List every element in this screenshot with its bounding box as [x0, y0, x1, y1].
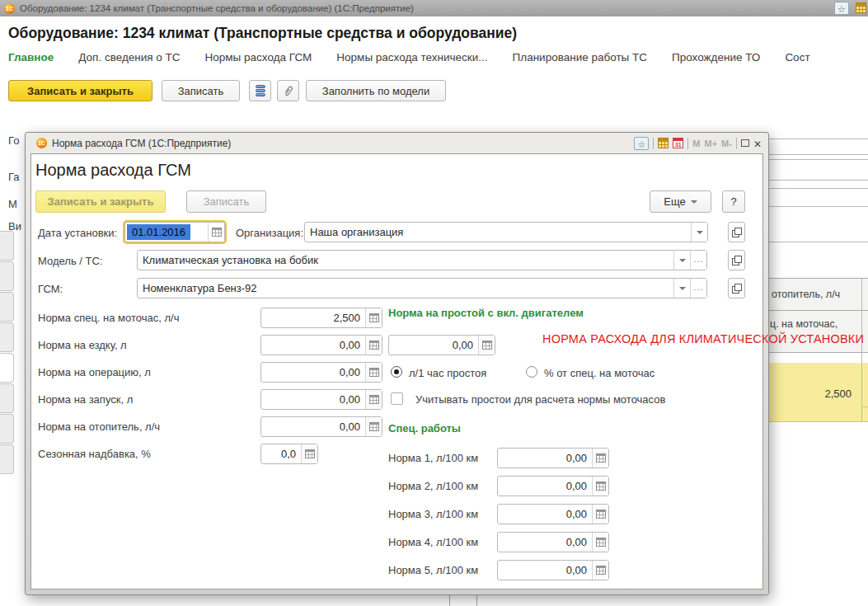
memory-m-button[interactable]: M	[692, 139, 700, 148]
structure-button[interactable]	[249, 80, 271, 101]
dialog-title: Норма расхода ГСМ (1С:Предприятие)	[52, 138, 231, 149]
bg-field-underline	[769, 188, 868, 189]
norm-value: 0,00	[261, 390, 365, 409]
calculator-button[interactable]	[365, 308, 382, 327]
open-icon	[732, 256, 742, 265]
organization-field[interactable]: Наша организация	[304, 222, 708, 242]
norm-field[interactable]: 2,500	[260, 308, 382, 328]
tab-main[interactable]: Главное	[8, 51, 54, 63]
special-norm-label: Норма 5, л/100 км	[388, 564, 478, 576]
radio-liters-per-hour[interactable]	[391, 366, 402, 378]
calculator-button[interactable]	[592, 561, 608, 580]
calculator-button[interactable]	[301, 444, 317, 463]
special-norm-label: Норма 4, л/100 км	[388, 536, 478, 548]
titlebar-separator	[736, 138, 737, 149]
dialog-save-button[interactable]: Записать	[186, 190, 266, 213]
radio-liters-per-hour-label: л/1 час простоя	[409, 367, 486, 379]
calculator-button[interactable]	[365, 363, 382, 382]
favorites-star-button[interactable]	[634, 137, 649, 150]
norm-field[interactable]: 0,00	[260, 335, 382, 355]
special-norm-field[interactable]: 0,00	[497, 504, 609, 524]
tab-planning[interactable]: Планирование работы ТС	[513, 51, 647, 63]
calculator-button[interactable]	[856, 2, 866, 13]
memory-mplus-button[interactable]: M+	[705, 139, 718, 148]
bg-field-label-2: Га	[8, 171, 20, 183]
model-open-button[interactable]	[728, 250, 745, 270]
tab-maintenance[interactable]: Прохождение ТО	[672, 51, 760, 63]
date-picker-button[interactable]	[208, 223, 224, 242]
more-button[interactable]: Еще	[650, 190, 711, 213]
special-norm-label: Норма 1, л/100 км	[388, 452, 478, 464]
bg-table-header-cell: отопитель, л/ч	[769, 278, 868, 311]
special-norm-field[interactable]: 0,00	[497, 560, 609, 580]
memory-mminus-button[interactable]: M-	[721, 139, 732, 148]
organization-open-button[interactable]	[728, 222, 745, 242]
fuel-choose-button[interactable]: ...	[690, 279, 706, 298]
calculator-icon[interactable]	[658, 138, 669, 148]
close-icon[interactable]	[753, 136, 762, 151]
install-date-field[interactable]: 01.01.2016	[124, 222, 225, 242]
calculator-button[interactable]	[592, 449, 608, 467]
norm-field[interactable]: 0,0	[260, 444, 318, 464]
attachments-button[interactable]	[277, 80, 299, 101]
maximize-icon[interactable]	[741, 139, 749, 147]
idle-norm-field[interactable]: 0,00	[388, 335, 495, 355]
bg-field-underline	[769, 180, 868, 181]
calendar-icon[interactable]	[673, 138, 683, 148]
bg-field-underline	[769, 159, 868, 160]
tab-tech-norms[interactable]: Нормы расхода технически...	[336, 51, 487, 63]
bg-toolbar-button[interactable]	[0, 231, 14, 261]
main-titlebar[interactable]: Оборудование: 1234 климат (Транспортные …	[0, 0, 868, 16]
calculator-button[interactable]	[365, 417, 382, 436]
1c-logo-icon	[36, 138, 47, 148]
count-idle-checkbox[interactable]	[391, 392, 403, 405]
bg-toolbar-button[interactable]	[0, 353, 14, 383]
tab-fuel-norms[interactable]: Нормы расхода ГСМ	[205, 51, 312, 63]
calculator-button[interactable]	[365, 390, 382, 409]
paperclip-icon	[283, 85, 294, 97]
bg-toolbar-button[interactable]	[0, 322, 14, 352]
fill-by-model-button[interactable]: Заполнить по модели	[306, 80, 446, 101]
fuel-field[interactable]: Номенклатура Бенз-92 ...	[137, 278, 707, 298]
install-date-label: Дата установки:	[38, 227, 117, 239]
calculator-button[interactable]	[592, 477, 608, 496]
calculator-button[interactable]	[592, 505, 608, 524]
chevron-down-icon	[691, 200, 697, 207]
radio-percent-of-spec[interactable]	[526, 366, 537, 378]
fuel-open-button[interactable]	[728, 278, 745, 298]
bg-toolbar-button[interactable]	[0, 444, 14, 474]
favorites-star-button[interactable]	[834, 2, 849, 15]
stack-icon	[256, 85, 265, 96]
bg-field-underline	[769, 139, 868, 139]
bg-toolbar-button[interactable]	[0, 414, 14, 444]
bg-toolbar-button[interactable]	[0, 261, 14, 291]
bg-table-column-border	[476, 595, 477, 606]
bg-field-underline	[769, 242, 868, 242]
install-date-value: 01.01.2016	[127, 224, 190, 240]
special-norm-field[interactable]: 0,00	[497, 476, 609, 496]
fuel-dropdown-button[interactable]	[673, 279, 690, 298]
special-norm-field[interactable]: 0,00	[497, 448, 609, 468]
tab-state[interactable]: Сост	[785, 51, 809, 63]
norm-field[interactable]: 0,00	[260, 389, 382, 410]
calculator-button[interactable]	[592, 533, 608, 552]
tab-extra-info[interactable]: Доп. сведения о ТС	[78, 51, 180, 63]
special-norm-field[interactable]: 0,00	[497, 532, 609, 552]
dialog-save-and-close-button[interactable]: Записать и закрыть	[35, 190, 166, 213]
model-dropdown-button[interactable]	[673, 251, 690, 270]
calculator-button[interactable]	[478, 336, 495, 355]
bg-toolbar-button[interactable]	[0, 292, 14, 322]
help-button[interactable]: ?	[722, 190, 745, 213]
norm-field[interactable]: 0,00	[260, 416, 382, 437]
model-choose-button[interactable]: ...	[690, 251, 706, 270]
save-and-close-button[interactable]: Записать и закрыть	[8, 80, 152, 101]
calculator-button[interactable]	[365, 336, 382, 355]
model-field[interactable]: Климатическая установка на бобик ...	[137, 250, 707, 270]
norm-field[interactable]: 0,00	[260, 362, 382, 383]
bg-toolbar-button[interactable]	[0, 383, 14, 413]
bg-table-cell-value[interactable]: 2,500	[769, 388, 852, 400]
special-norm-value: 0,00	[498, 561, 592, 580]
save-button[interactable]: Записать	[162, 80, 240, 101]
organization-dropdown-button[interactable]	[691, 223, 707, 242]
dialog-titlebar[interactable]: Норма расхода ГСМ (1С:Предприятие) M M+ …	[26, 133, 768, 153]
